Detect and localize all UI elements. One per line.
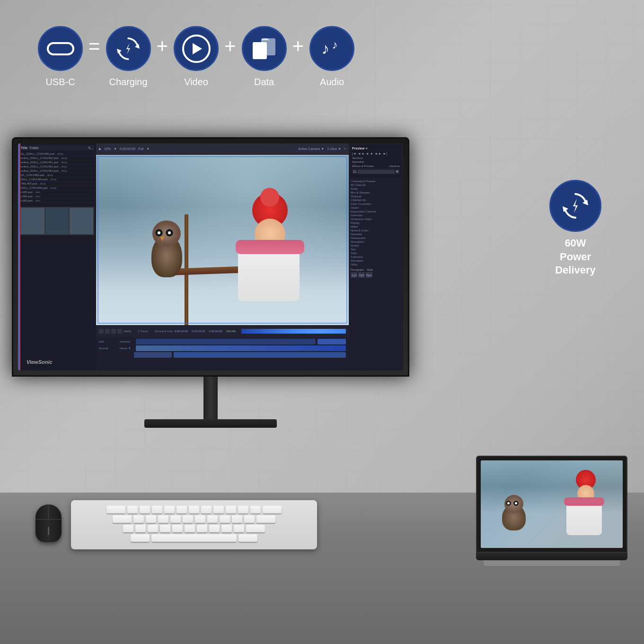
key	[148, 525, 158, 532]
file-item: online_2DALL_CON1483.psd ...drop	[20, 169, 94, 173]
key	[209, 525, 220, 532]
video-preview	[96, 155, 349, 325]
key	[113, 515, 132, 523]
preview-title: Preview ≡	[352, 147, 400, 150]
keyboard-container	[71, 500, 317, 549]
power-delivery-icon	[559, 189, 592, 222]
file-panel: Title Folder S... GL_2DALL_CON1480.psd .…	[18, 143, 96, 371]
file-item: online_2DALL_CON1481.psd ...drop	[20, 160, 94, 165]
monitor-bezel: Title Folder S... GL_2DALL_CON1480.psd .…	[12, 137, 409, 377]
key	[256, 515, 275, 523]
file-item: L485.psd ...lem	[20, 190, 94, 194]
charging-label: Charging	[109, 77, 147, 88]
charging-feature-group: Charging	[106, 26, 151, 88]
key	[170, 515, 181, 523]
key	[220, 515, 230, 523]
child-illustration	[224, 193, 318, 325]
file-item: online_2DALL_CON1482.psd ...drop	[20, 165, 94, 169]
key	[123, 525, 133, 532]
keyboard-row-2	[78, 515, 310, 523]
key	[131, 534, 150, 542]
power-delivery-icon-circle	[549, 180, 601, 232]
data-icon-circle	[242, 26, 287, 71]
key	[176, 506, 187, 513]
effects-panel: Preview ≡ |◄ ◄◄ ◄ ► ►► ►| Shortcut Space…	[349, 143, 403, 371]
key	[183, 515, 193, 523]
keyboard	[71, 500, 317, 549]
video-play-circle	[182, 35, 211, 63]
key	[221, 525, 232, 532]
usbc-icon-circle	[38, 26, 83, 71]
key	[263, 506, 282, 513]
spacebar-key	[151, 534, 237, 542]
audio-label: Audio	[320, 77, 344, 88]
timeline[interactable]: Mode 1 Tracer Normal & Link 0:00:00:00 0…	[96, 325, 349, 371]
keyboard-row-3	[78, 525, 310, 532]
usbc-features-row: USB-C = Charging + Video +	[38, 26, 354, 88]
audio-icon-circle: ♪ ♪	[309, 26, 354, 71]
key	[250, 506, 261, 513]
timeline-tracks: Add Inverted Normal Name ▼	[96, 337, 349, 371]
laptop-display-bg	[481, 460, 623, 548]
usbc-label: USB-C	[45, 77, 75, 88]
keyboard-row-1	[78, 506, 310, 513]
video-feature-group: Video	[174, 26, 219, 88]
key	[234, 525, 244, 532]
file-item: DALL_CON1489.psd ...drop	[20, 177, 94, 182]
file-item: online_2DALL_CON1480.psd ...drop	[20, 156, 94, 160]
usbc-icon	[47, 42, 74, 55]
key	[172, 525, 183, 532]
charging-icon-circle	[106, 26, 151, 71]
key	[201, 506, 212, 513]
main-editing-area: ▶10%▼0:00:00:00Full▼ Active Camera ▼1 Vi…	[96, 143, 349, 371]
plus-operator-1: +	[157, 35, 168, 58]
key	[160, 525, 170, 532]
key	[195, 515, 205, 523]
screen-content: Title Folder S... GL_2DALL_CON1480.psd .…	[18, 143, 403, 371]
file-item: DALL_CON1480.psd ...drop	[20, 186, 94, 190]
key	[135, 525, 146, 532]
viewsonic-logo: ViewSonic	[26, 359, 53, 365]
monitor-stand-base	[144, 419, 277, 428]
owl-illustration	[147, 221, 189, 277]
mouse	[35, 504, 62, 542]
key	[158, 515, 168, 523]
svg-rect-3	[253, 42, 267, 59]
file-item: L485.psd ...lem	[20, 194, 94, 199]
red-accent-bar	[19, 143, 20, 371]
key	[127, 506, 138, 513]
monitor-stand-neck	[203, 377, 218, 419]
data-feature-group: Data	[242, 26, 287, 88]
video-label: Video	[184, 77, 208, 88]
equals-operator: =	[88, 35, 100, 58]
key	[189, 506, 199, 513]
key	[164, 506, 175, 513]
key	[226, 506, 236, 513]
video-icon-circle	[174, 26, 219, 71]
laptop-screen	[481, 460, 623, 548]
key	[207, 515, 218, 523]
file-item: GL_2DALL_CON1480.psd ...drop	[20, 152, 94, 156]
audio-music-icon: ♪ ♪	[318, 35, 346, 63]
data-label: Data	[254, 77, 274, 88]
key	[106, 506, 125, 513]
key	[146, 515, 156, 523]
key	[246, 525, 265, 532]
laptop-keyboard	[484, 560, 620, 566]
audio-feature-group: ♪ ♪ Audio	[309, 26, 354, 88]
file-item: L485.psd ...lem	[20, 199, 94, 203]
power-delivery-section: 60WPowerDelivery	[549, 180, 601, 277]
key	[140, 506, 150, 513]
laptop	[476, 456, 627, 566]
charging-icon	[114, 35, 142, 63]
file-item: 7INL405.psd ...drop	[20, 182, 94, 186]
key	[133, 515, 144, 523]
keyboard-spacebar-row	[78, 534, 310, 542]
file-item: GL_CON1489.psd ...drop	[20, 173, 94, 177]
plus-operator-2: +	[224, 35, 236, 58]
plus-operator-3: +	[292, 35, 304, 58]
key	[197, 525, 207, 532]
svg-text:♪: ♪	[332, 39, 337, 51]
key	[238, 506, 248, 513]
key	[213, 506, 224, 513]
